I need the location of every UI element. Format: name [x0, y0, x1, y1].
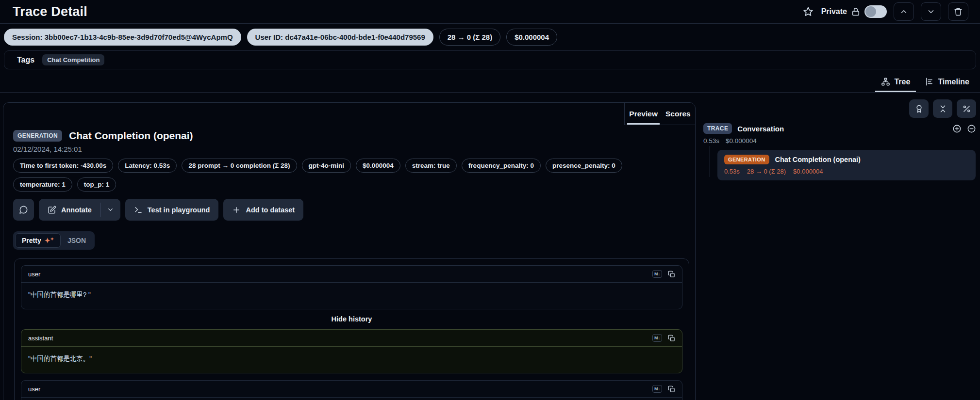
pill-temperature: temperature: 1	[13, 177, 72, 192]
message-content: "中国的首都是北京。"	[21, 347, 682, 373]
annotate-dropdown-button[interactable]	[101, 199, 120, 221]
messages-container[interactable]: user M↓ "中国的首都是哪里? " Hide history	[14, 258, 689, 400]
tree-controls	[703, 99, 976, 118]
top-bar: Trace Detail Private	[0, 0, 980, 24]
award-icon	[914, 104, 924, 113]
collapse-all-button[interactable]	[933, 99, 952, 118]
tab-tree-label: Tree	[894, 78, 910, 86]
session-badge[interactable]: Session: 3bb00ec7-1b13-4c9b-85ee-3d9d70f…	[4, 29, 241, 46]
pill-frequency-penalty: frequency_penalty: 0	[462, 159, 541, 173]
tab-preview[interactable]: Preview	[627, 110, 660, 125]
message-user-2: user M↓ "谢谢"	[21, 380, 682, 400]
generation-type-badge: GENERATION	[724, 155, 769, 164]
copy-icon[interactable]	[668, 335, 675, 342]
message-content: "中国的首都是哪里? "	[21, 283, 682, 309]
cost-badge: $0.000004	[506, 29, 557, 46]
copy-icon[interactable]	[668, 271, 675, 278]
markdown-toggle-icon[interactable]: M↓	[652, 385, 662, 393]
generation-timestamp: 02/12/2024, 14:25:01	[13, 145, 684, 153]
edit-icon	[48, 206, 56, 214]
comment-icon	[19, 205, 28, 214]
lock-icon	[851, 7, 861, 16]
plus-icon	[232, 206, 241, 214]
message-role: user	[28, 271, 40, 278]
copy-icon[interactable]	[668, 385, 675, 393]
pill-top-p: top_p: 1	[77, 177, 116, 192]
pill-stream: stream: true	[405, 159, 457, 173]
trace-name[interactable]: Conversation	[737, 125, 784, 133]
bookmark-button[interactable]	[802, 5, 814, 18]
generation-title: Chat Completion (openai)	[69, 130, 193, 142]
token-usage-badge: 28 → 0 (Σ 28)	[439, 29, 500, 46]
page-title: Trace Detail	[13, 4, 87, 19]
user-id-badge[interactable]: User ID: dc47a41e-06bc-400d-bde1-f0e440d…	[247, 29, 433, 46]
generation-tokens: 28 → 0 (Σ 28)	[747, 168, 786, 175]
expand-all-icon[interactable]	[952, 124, 962, 133]
trace-tree-root[interactable]: TRACE Conversation	[703, 123, 976, 134]
message-assistant: assistant M↓ "中国的首都是北京。"	[21, 329, 682, 373]
trace-cost: $0.000004	[726, 137, 757, 144]
annotate-split-button: Annotate	[39, 199, 120, 221]
comment-button[interactable]	[13, 199, 34, 221]
generation-header: GENERATION Chat Completion (openai)	[13, 130, 684, 142]
privacy-label: Private	[821, 7, 847, 16]
generation-type-badge: GENERATION	[13, 130, 62, 142]
format-pretty-option[interactable]: Pretty ✦✦	[15, 233, 61, 248]
tab-timeline-label: Timeline	[938, 78, 969, 86]
message-role: assistant	[28, 335, 53, 342]
markdown-toggle-icon[interactable]: M↓	[652, 334, 662, 342]
format-toggle: Pretty ✦✦ JSON	[13, 231, 95, 250]
metadata-pills: Time to first token: -430.00s Latency: 0…	[13, 159, 684, 192]
message-content: "谢谢"	[21, 398, 682, 400]
generation-cost: $0.000004	[793, 168, 823, 175]
public-toggle[interactable]	[864, 5, 887, 18]
pill-token-counts: 28 prompt → 0 completion (Σ 28)	[182, 159, 297, 173]
tab-scores[interactable]: Scores	[664, 110, 693, 125]
scores-toggle-button[interactable]	[909, 99, 929, 118]
generation-latency: 0.53s	[724, 168, 740, 175]
collapse-icon	[938, 104, 947, 113]
id-badge-row: Session: 3bb00ec7-1b13-4c9b-85ee-3d9d70f…	[0, 24, 980, 49]
pill-cost: $0.000004	[356, 159, 400, 173]
hide-history-button[interactable]: Hide history	[21, 309, 682, 329]
trace-tree-sidebar: TRACE Conversation 0.53s $0.000004 GENER…	[703, 99, 976, 180]
chevron-down-icon	[107, 206, 114, 213]
previous-trace-button[interactable]	[894, 2, 914, 21]
pill-model[interactable]: gpt-4o-mini	[302, 159, 351, 173]
tab-tree[interactable]: Tree	[875, 74, 916, 92]
metrics-toggle-button[interactable]	[957, 99, 976, 118]
markdown-toggle-icon[interactable]: M↓	[652, 270, 662, 278]
observation-panel: Preview Scores GENERATION Chat Completio…	[3, 102, 696, 400]
tab-timeline[interactable]: Timeline	[919, 74, 975, 92]
timeline-icon	[925, 77, 934, 86]
chevron-up-icon	[899, 7, 908, 16]
privacy-control: Private	[821, 5, 887, 18]
collapse-node-icon[interactable]	[967, 124, 976, 133]
next-trace-button[interactable]	[921, 2, 941, 21]
sparkles-icon: ✦✦	[45, 237, 54, 244]
test-in-playground-button[interactable]: Test in playground	[125, 199, 219, 221]
tree-node-generation-selected[interactable]: GENERATION Chat Completion (openai) 0.53…	[717, 150, 976, 180]
tag-chat-competition[interactable]: Chat Competition	[42, 54, 104, 65]
generation-node-metrics: 0.53s 28 → 0 (Σ 28) $0.000004	[724, 168, 969, 175]
generation-node-title: Chat Completion (openai)	[775, 156, 861, 163]
trash-icon	[954, 7, 963, 16]
pill-latency: Latency: 0.53s	[118, 159, 177, 173]
format-pretty-label: Pretty	[22, 237, 41, 244]
pill-presence-penalty: presence_penalty: 0	[546, 159, 622, 173]
trace-metrics: 0.53s $0.000004	[703, 137, 976, 144]
tree-indent-line	[710, 146, 710, 177]
tree-icon	[881, 77, 890, 86]
format-json-option[interactable]: JSON	[61, 233, 93, 248]
delete-trace-button[interactable]	[948, 2, 968, 21]
add-to-dataset-button[interactable]: Add to dataset	[223, 199, 303, 221]
action-buttons: Annotate Test in playgroun	[13, 199, 684, 221]
trace-detail-page: Trace Detail Private	[0, 0, 980, 400]
trace-type-badge: TRACE	[703, 123, 732, 134]
annotate-button[interactable]: Annotate	[39, 199, 100, 221]
chevron-down-icon	[927, 7, 935, 16]
tags-label: Tags	[17, 56, 34, 64]
message-role: user	[28, 385, 40, 393]
toggle-knob	[865, 6, 876, 17]
message-user-1: user M↓ "中国的首都是哪里? "	[21, 265, 682, 309]
